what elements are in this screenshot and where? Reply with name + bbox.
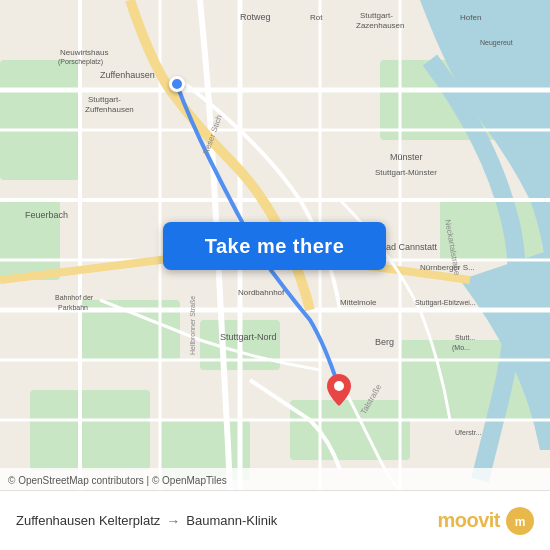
moovit-logo: moovit m [437,507,534,535]
moovit-icon: m [506,507,534,535]
svg-text:Neugereut: Neugereut [480,39,513,47]
svg-text:Berg: Berg [375,337,394,347]
svg-text:Stutt...: Stutt... [455,334,475,341]
svg-text:Hellbronner Straße: Hellbronner Straße [189,296,196,355]
svg-text:Zazenhausen: Zazenhausen [356,21,404,30]
svg-text:Stuttgart-: Stuttgart- [88,95,121,104]
svg-text:Nürnberger S...: Nürnberger S... [420,263,475,272]
svg-text:Stuttgart-: Stuttgart- [360,11,393,20]
svg-point-53 [334,381,344,391]
route-arrow: → [166,513,180,529]
svg-rect-1 [0,60,80,180]
map-container: Zuffenhausen Neuwirtshaus (Porscheplatz)… [0,0,550,490]
svg-text:Hofen: Hofen [460,13,481,22]
map-attribution: © OpenStreetMap contributors | © OpenMap… [0,468,550,490]
svg-text:(Porscheplatz): (Porscheplatz) [58,58,103,66]
svg-text:(Mo...: (Mo... [452,344,470,352]
svg-text:Feuerbach: Feuerbach [25,210,68,220]
svg-text:Rot: Rot [310,13,323,22]
route-to: Baumann-Klinik [186,513,277,528]
footer: Zuffenhausen Kelterplatz → Baumann-Klini… [0,490,550,550]
svg-text:Bahnhof der: Bahnhof der [55,294,94,301]
svg-text:Neuwirtshaus: Neuwirtshaus [60,48,108,57]
svg-text:Parkbahn: Parkbahn [58,304,88,311]
origin-marker [169,76,185,92]
svg-text:Münster: Münster [390,152,423,162]
route-info: Zuffenhausen Kelterplatz → Baumann-Klini… [16,513,277,529]
svg-text:Stuttgart-Ebitzwei...: Stuttgart-Ebitzwei... [415,299,476,307]
svg-text:m: m [515,515,526,529]
svg-rect-9 [30,390,150,470]
svg-text:Rotweg: Rotweg [240,12,271,22]
svg-text:Uferstr...: Uferstr... [455,429,482,436]
svg-text:Stuttgart-Nord: Stuttgart-Nord [220,332,277,342]
destination-marker [327,374,351,410]
svg-text:Bad Cannstatt: Bad Cannstatt [380,242,438,252]
svg-text:Zuffenhausen: Zuffenhausen [100,70,155,80]
take-me-there-button[interactable]: Take me there [163,222,386,270]
svg-text:Mittelmole: Mittelmole [340,298,377,307]
route-from: Zuffenhausen Kelterplatz [16,513,160,528]
svg-text:Nordbahnhof: Nordbahnhof [238,288,285,297]
moovit-text: moovit [437,509,500,532]
cta-button-label: Take me there [205,235,345,258]
svg-text:Stuttgart-Münster: Stuttgart-Münster [375,168,437,177]
svg-text:Zuffenhausen: Zuffenhausen [85,105,134,114]
